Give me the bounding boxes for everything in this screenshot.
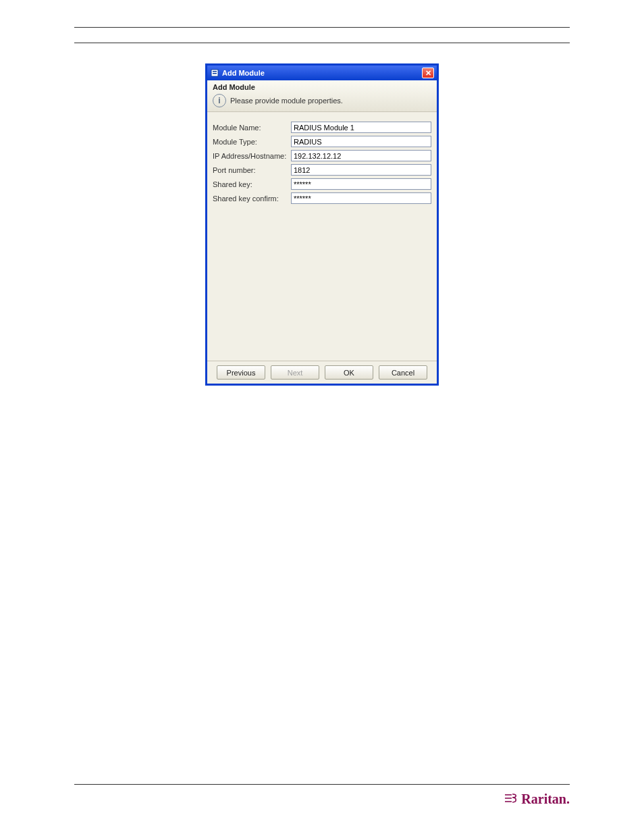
label-module-name: Module Name:	[213, 124, 291, 132]
button-bar: Previous Next OK Cancel	[207, 361, 437, 384]
ok-button[interactable]: OK	[325, 365, 373, 380]
panel-info-row: i Please provide module properties.	[213, 94, 431, 107]
row-shared-key: Shared key:	[213, 178, 431, 190]
input-shared-key[interactable]	[291, 178, 431, 190]
previous-button[interactable]: Previous	[217, 365, 265, 380]
row-port-number: Port number:	[213, 164, 431, 176]
label-shared-key-confirm: Shared key confirm:	[213, 194, 291, 203]
panel-header: Add Module i Please provide module prope…	[207, 80, 437, 112]
next-button[interactable]: Next	[271, 365, 319, 380]
window-title: Add Module	[222, 69, 422, 77]
brand-logo: Raritan.	[504, 791, 570, 807]
footer: Raritan.	[74, 784, 570, 807]
next-button-label: Next	[288, 369, 303, 377]
label-shared-key: Shared key:	[213, 180, 291, 188]
brand-name: Raritan.	[521, 791, 570, 807]
svg-rect-1	[213, 71, 217, 72]
bottom-divider	[74, 784, 570, 785]
ok-button-label: OK	[344, 369, 354, 377]
titlebar[interactable]: Add Module ✕	[207, 66, 437, 80]
label-port-number: Port number:	[213, 166, 291, 174]
page: Add Module ✕ Add Module i Please provide…	[0, 0, 644, 834]
row-module-type: Module Type:	[213, 136, 431, 147]
row-ip-address: IP Address/Hostname:	[213, 150, 431, 161]
info-icon: i	[213, 94, 226, 107]
footer-row: Raritan.	[74, 791, 570, 807]
brand-logo-icon	[504, 791, 520, 807]
close-icon: ✕	[425, 70, 431, 77]
top-divider-2	[74, 43, 570, 43]
close-button[interactable]: ✕	[422, 68, 434, 78]
input-port-number[interactable]	[291, 164, 431, 176]
cancel-button-label: Cancel	[392, 369, 414, 377]
svg-rect-2	[213, 73, 217, 74]
dialog-container: Add Module ✕ Add Module i Please provide…	[74, 63, 570, 386]
top-divider-1	[74, 27, 570, 28]
input-shared-key-confirm[interactable]	[291, 192, 431, 204]
input-ip-address[interactable]	[291, 150, 431, 161]
label-ip-address: IP Address/Hostname:	[213, 152, 291, 160]
label-module-type: Module Type:	[213, 138, 291, 146]
panel-info-text: Please provide module properties.	[230, 97, 343, 105]
row-shared-key-confirm: Shared key confirm:	[213, 192, 431, 204]
row-module-name: Module Name:	[213, 122, 431, 133]
cancel-button[interactable]: Cancel	[379, 365, 427, 380]
panel-title: Add Module	[213, 83, 431, 91]
app-icon	[210, 68, 219, 78]
input-module-name[interactable]	[291, 122, 431, 133]
previous-button-label: Previous	[227, 369, 256, 377]
form-body: Module Name: Module Type: IP Address/Hos…	[207, 112, 437, 361]
add-module-dialog: Add Module ✕ Add Module i Please provide…	[205, 63, 439, 386]
input-module-type[interactable]	[291, 136, 431, 147]
